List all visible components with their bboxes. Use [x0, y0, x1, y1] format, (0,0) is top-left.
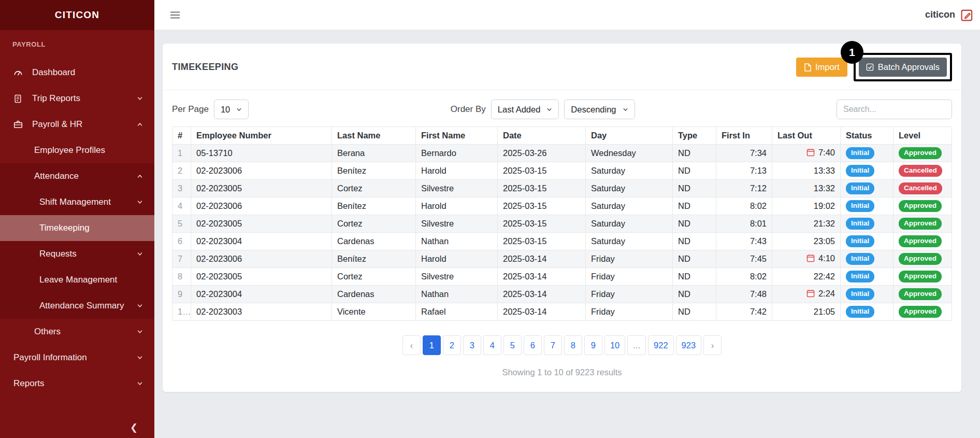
- cell-row-number: 1: [172, 145, 191, 162]
- sidebar-item-label: Employee Profiles: [34, 145, 105, 156]
- pagination-page-8[interactable]: 8: [564, 335, 582, 355]
- pagination-page-1[interactable]: 1: [423, 335, 441, 355]
- cell-first-name: Silvestre: [416, 268, 498, 286]
- table-row[interactable]: 702-2023006BenítezHarold2025-03-14Friday…: [172, 250, 952, 268]
- chevron-left-icon: ❮: [130, 422, 138, 433]
- cell-level: Cancelled: [893, 180, 952, 197]
- hamburger-menu-button[interactable]: [167, 7, 183, 23]
- document-icon: [13, 94, 24, 103]
- cell-first-in: 7:43: [716, 233, 772, 250]
- sidebar-item-shift-management[interactable]: Shift Management: [0, 189, 154, 215]
- main-area: citicon TIMEKEEPING Import: [154, 0, 980, 438]
- cell-type: ND: [673, 197, 716, 215]
- pagination-page-4[interactable]: 4: [483, 335, 501, 355]
- cell-date: 2025-03-14: [498, 250, 586, 268]
- sidebar-item-attendance[interactable]: Attendance: [0, 163, 154, 189]
- pagination-page-6[interactable]: 6: [524, 335, 542, 355]
- order-by-label: Order By: [451, 104, 486, 115]
- sidebar-item-payroll-hr[interactable]: Payroll & HR: [0, 111, 154, 137]
- cell-day: Saturday: [586, 197, 673, 215]
- cell-last-name: Cortez: [332, 180, 416, 197]
- chevron-down-icon: [623, 107, 628, 112]
- cell-last-name: Cortez: [332, 215, 416, 233]
- table-row[interactable]: 602-2023004CardenasNathan2025-03-15Satur…: [172, 233, 952, 250]
- cell-employee-number: 02-2023006: [191, 197, 332, 215]
- table-row[interactable]: 1002-2023003VicenteRafael2025-03-14Frida…: [172, 303, 952, 321]
- cell-employee-number: 05-13710: [191, 145, 332, 162]
- pagination-page-922[interactable]: 922: [648, 335, 674, 355]
- checkbox-check-icon: [866, 63, 874, 71]
- sidebar-item-employee-profiles[interactable]: Employee Profiles: [0, 137, 154, 163]
- edit-square-icon[interactable]: [960, 8, 974, 22]
- cell-last-out: 21:05: [772, 303, 841, 321]
- cell-type: ND: [673, 286, 716, 303]
- sidebar-item-attendance-summary[interactable]: Attendance Summary: [0, 293, 154, 319]
- cell-row-number: 7: [172, 250, 191, 268]
- pagination-page-5[interactable]: 5: [503, 335, 522, 355]
- table-row[interactable]: 802-2023005CortezSilvestre2025-03-14Frid…: [172, 268, 952, 286]
- sidebar-item-requests[interactable]: Requests: [0, 241, 154, 267]
- cell-last-name: Benítez: [332, 250, 416, 268]
- import-button[interactable]: Import: [796, 58, 847, 77]
- sidebar-item-label: Leave Management: [39, 275, 117, 285]
- sidebar-item-label: Others: [34, 327, 61, 337]
- level-badge: Approved: [899, 306, 942, 318]
- table-row[interactable]: 105-13710BeranaBernardo2025-03-26Wednesd…: [172, 145, 952, 162]
- level-badge: Cancelled: [899, 182, 942, 194]
- order-direction-select[interactable]: Descending: [564, 100, 635, 119]
- sidebar-collapse-button[interactable]: ❮: [0, 417, 154, 438]
- cell-first-name: Bernardo: [416, 145, 498, 162]
- sidebar-item-leave-management[interactable]: Leave Management: [0, 267, 154, 293]
- cell-employee-number: 02-2023004: [191, 286, 332, 303]
- per-page-select[interactable]: 10: [214, 100, 249, 119]
- pagination-page-2[interactable]: 2: [443, 335, 461, 355]
- sidebar-item-timekeeping[interactable]: Timekeeping: [0, 215, 154, 241]
- cell-last-out: 19:02: [772, 197, 841, 215]
- pagination-page-923[interactable]: 923: [676, 335, 702, 355]
- batch-approvals-button[interactable]: Batch Approvals: [859, 58, 947, 77]
- sidebar-item-payroll-information[interactable]: Payroll Information: [0, 345, 154, 371]
- pagination-page-3[interactable]: 3: [463, 335, 481, 355]
- cell-first-name: Harold: [416, 162, 498, 180]
- cell-row-number: 3: [172, 180, 191, 197]
- table-row[interactable]: 902-2023004CardenasNathan2025-03-14Frida…: [172, 286, 952, 303]
- table-row[interactable]: 302-2023005CortezSilvestre2025-03-15Satu…: [172, 180, 952, 197]
- pagination-page-7[interactable]: 7: [544, 335, 562, 355]
- pagination-page-10[interactable]: 10: [604, 335, 625, 355]
- search-input[interactable]: [837, 100, 952, 119]
- cell-last-name: Benítez: [332, 197, 416, 215]
- table-row[interactable]: 502-2023005CortezSilvestre2025-03-15Satu…: [172, 215, 952, 233]
- sidebar-item-label: Attendance Summary: [39, 301, 124, 311]
- cell-status: Initial: [841, 303, 893, 321]
- pagination-page-9[interactable]: 9: [584, 335, 602, 355]
- table-row[interactable]: 202-2023006BenítezHarold2025-03-15Saturd…: [172, 162, 952, 180]
- pagination-prev[interactable]: ‹: [402, 335, 421, 355]
- column-header-last-name: Last Name: [332, 127, 416, 145]
- pagination-next[interactable]: ›: [703, 335, 722, 355]
- sidebar-item-trip-reports[interactable]: Trip Reports: [0, 86, 154, 111]
- chevron-up-icon: [137, 173, 143, 179]
- sidebar-logo[interactable]: CITICON: [0, 0, 154, 30]
- sidebar-item-others[interactable]: Others: [0, 319, 154, 345]
- app-window: CITICON PAYROLL DashboardTrip ReportsPay…: [0, 0, 980, 438]
- sidebar-item-reports[interactable]: Reports: [0, 371, 154, 397]
- cell-status: Initial: [841, 215, 893, 233]
- status-badge: Initial: [846, 218, 874, 230]
- sidebar-logo-text: CITICON: [55, 9, 100, 21]
- cell-employee-number: 02-2023005: [191, 180, 332, 197]
- pagination-ellipsis: ...: [627, 335, 646, 355]
- cell-type: ND: [673, 233, 716, 250]
- dashboard-icon: [13, 68, 24, 77]
- level-badge: Approved: [899, 288, 942, 300]
- cell-date: 2025-03-14: [498, 268, 586, 286]
- order-by-select[interactable]: Last Added: [491, 100, 559, 119]
- table-row[interactable]: 402-2023006BenítezHarold2025-03-15Saturd…: [172, 197, 952, 215]
- status-badge: Initial: [846, 253, 874, 265]
- cell-first-in: 8:02: [716, 268, 772, 286]
- cell-first-name: Silvestre: [416, 215, 498, 233]
- cell-day: Friday: [586, 250, 673, 268]
- sidebar-item-dashboard[interactable]: Dashboard: [0, 60, 154, 86]
- cell-status: Initial: [841, 197, 893, 215]
- cell-last-name: Berana: [332, 145, 416, 162]
- column-header-status: Status: [841, 127, 893, 145]
